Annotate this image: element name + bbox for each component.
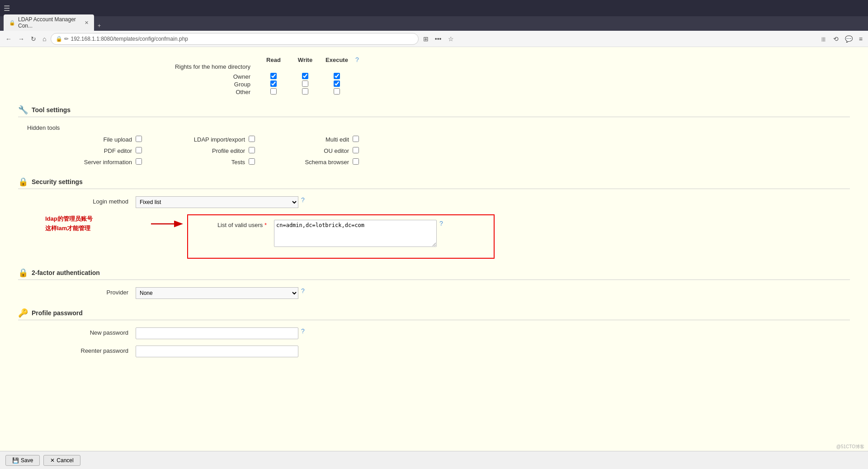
- other-write-checkbox[interactable]: [302, 88, 308, 95]
- required-marker: *: [264, 222, 267, 228]
- file-upload-label: File upload: [45, 136, 136, 143]
- help-icon-valid-users[interactable]: ?: [439, 220, 443, 227]
- address-bar[interactable]: 🔒 ✏ 192.168.1.1:8080/templates/config/co…: [51, 33, 418, 45]
- tool-settings-title: Tool settings: [32, 106, 71, 114]
- owner-write-checkbox[interactable]: [302, 73, 308, 79]
- provider-select[interactable]: None: [136, 287, 298, 299]
- new-tab-button[interactable]: +: [94, 21, 104, 31]
- profile-password-title: Profile password: [32, 309, 83, 317]
- profile-password-icon: 🔑: [18, 308, 28, 318]
- group-execute-checkbox[interactable]: [334, 81, 340, 87]
- owner-row: Owner: [18, 73, 850, 81]
- sidebar-button[interactable]: ⫼: [819, 34, 829, 43]
- annotation-arrow: [149, 214, 185, 232]
- other-row: Other: [18, 88, 850, 96]
- rights-column-headers: Read Write Execute ?: [258, 56, 850, 63]
- pdf-editor-checkbox[interactable]: [136, 147, 142, 153]
- other-label: Other: [18, 89, 258, 95]
- owner-read-check[interactable]: [258, 73, 289, 81]
- tool-settings-section: 🔧 Tool settings Hidden tools File upload…: [18, 105, 850, 166]
- group-read-checkbox[interactable]: [270, 81, 277, 87]
- tests-checkbox[interactable]: [249, 158, 255, 165]
- help-icon-provider[interactable]: ?: [301, 287, 305, 294]
- login-method-label: Login method: [45, 196, 136, 205]
- other-write-check[interactable]: [289, 88, 321, 96]
- annotation-line2: 这样lam才能管理: [45, 224, 149, 233]
- server-information-checkbox[interactable]: [136, 158, 142, 165]
- login-method-row: Login method Fixed list LDAP PAM ?: [45, 196, 850, 208]
- more-button[interactable]: •••: [433, 34, 443, 43]
- other-read-check[interactable]: [258, 88, 289, 96]
- arrow-svg: [149, 217, 185, 231]
- tab-close-button[interactable]: ✕: [85, 20, 89, 26]
- ldap-importexport-check[interactable]: [249, 136, 262, 143]
- other-execute-checkbox[interactable]: [334, 88, 340, 95]
- new-tab-icon: +: [98, 23, 101, 29]
- pdf-editor-label: PDF editor: [45, 147, 136, 154]
- schema-browser-checkbox[interactable]: [353, 158, 359, 165]
- owner-label: Owner: [18, 73, 258, 80]
- file-upload-check[interactable]: [136, 136, 149, 143]
- help-icon-rights[interactable]: ?: [355, 56, 359, 63]
- home-button[interactable]: ⌂: [41, 34, 48, 43]
- group-write-checkbox[interactable]: [302, 81, 308, 87]
- chat-button[interactable]: 💬: [843, 34, 854, 43]
- browser-tab[interactable]: 🔒 LDAP Account Manager Con... ✕: [4, 14, 94, 31]
- profile-editor-checkbox[interactable]: [249, 147, 255, 153]
- hidden-tools-label: Hidden tools: [27, 124, 850, 131]
- server-information-label: Server information: [45, 159, 136, 166]
- owner-execute-checkbox[interactable]: [334, 73, 340, 79]
- browser-chrome: ☰: [0, 0, 868, 16]
- login-method-select[interactable]: Fixed list LDAP PAM: [136, 196, 298, 208]
- pdf-editor-check[interactable]: [136, 147, 149, 155]
- group-write-check[interactable]: [289, 81, 321, 88]
- bookmark-button[interactable]: ☆: [446, 34, 456, 43]
- rights-title: Rights for the home directory: [175, 63, 250, 70]
- ou-editor-label: OU editor: [262, 147, 353, 154]
- profile-password-header: 🔑 Profile password: [18, 308, 850, 320]
- other-execute-check[interactable]: [321, 88, 353, 96]
- extensions-button[interactable]: ⊞: [421, 34, 430, 43]
- lock-icon: 🔒: [56, 36, 62, 42]
- group-execute-check[interactable]: [321, 81, 353, 88]
- new-password-input[interactable]: [136, 327, 298, 339]
- server-information-check[interactable]: [136, 158, 149, 166]
- two-factor-title: 2-factor authentication: [32, 269, 100, 276]
- owner-execute-check[interactable]: [321, 73, 353, 81]
- group-read-check[interactable]: [258, 81, 289, 88]
- valid-users-textarea[interactable]: cn=admin,dc=lotbrick,dc=com: [274, 220, 437, 247]
- back-button[interactable]: ←: [4, 34, 14, 43]
- schema-browser-label: Schema browser: [262, 159, 353, 166]
- file-upload-checkbox[interactable]: [136, 136, 142, 142]
- owner-read-checkbox[interactable]: [270, 73, 277, 79]
- owner-write-check[interactable]: [289, 73, 321, 81]
- help-icon-login[interactable]: ?: [301, 196, 305, 204]
- reenter-password-input[interactable]: [136, 346, 298, 357]
- new-password-label: New password: [45, 327, 136, 336]
- profile-editor-check[interactable]: [249, 147, 262, 155]
- ou-editor-checkbox[interactable]: [353, 147, 359, 153]
- browser-menu-icon: ☰: [4, 4, 10, 13]
- multi-edit-check[interactable]: [353, 136, 366, 143]
- security-settings-title: Security settings: [32, 178, 83, 185]
- url-text: 192.168.1.1:8080/templates/config/confma…: [71, 36, 188, 42]
- tests-label: Tests: [149, 159, 249, 166]
- ou-editor-check[interactable]: [353, 147, 366, 155]
- write-header: Write: [289, 57, 321, 63]
- forward-button[interactable]: →: [16, 34, 26, 43]
- multi-edit-checkbox[interactable]: [353, 136, 359, 142]
- provider-label: Provider: [45, 287, 136, 296]
- tools-grid: File upload LDAP import/export Multi edi…: [45, 136, 850, 166]
- new-password-row: New password ?: [45, 327, 850, 339]
- reload-button[interactable]: ↻: [29, 34, 38, 43]
- ldap-importexport-checkbox[interactable]: [249, 136, 255, 142]
- tab-bar: 🔒 LDAP Account Manager Con... ✕ +: [0, 16, 868, 31]
- rights-title-row: Rights for the home directory: [18, 63, 850, 70]
- tests-check[interactable]: [249, 158, 262, 166]
- tab-title: LDAP Account Manager Con...: [18, 16, 82, 29]
- other-read-checkbox[interactable]: [270, 88, 277, 95]
- schema-browser-check[interactable]: [353, 158, 366, 166]
- help-icon-new-password[interactable]: ?: [301, 327, 305, 335]
- synctab-button[interactable]: ⟲: [831, 34, 840, 43]
- menu-button[interactable]: ≡: [857, 34, 864, 43]
